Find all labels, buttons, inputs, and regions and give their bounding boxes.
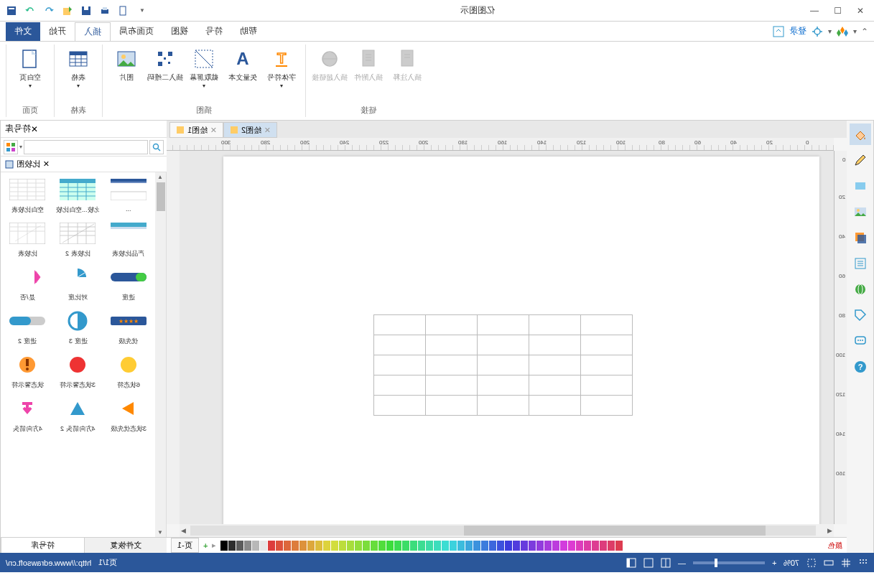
rectangle-icon[interactable] — [850, 175, 871, 197]
color-swatch[interactable] — [244, 541, 251, 551]
ribbon-vectortext[interactable]: A 矢量文本 — [225, 45, 261, 103]
symbol-item[interactable]: 进度 3 — [55, 308, 100, 346]
color-swatch[interactable] — [481, 541, 488, 551]
color-swatch[interactable] — [323, 541, 330, 551]
color-swatch[interactable] — [505, 541, 512, 551]
color-swatch[interactable] — [513, 541, 520, 551]
color-swatch[interactable] — [615, 541, 623, 551]
ribbon-hyperlink[interactable]: 插入超链接 — [312, 45, 348, 103]
collapse-ribbon-icon[interactable]: ⌃ — [861, 27, 868, 37]
qat-file-icon[interactable] — [4, 3, 19, 19]
table-shape[interactable] — [373, 314, 633, 416]
page[interactable] — [223, 157, 819, 524]
ruler-horizontal[interactable]: 0 20 40 60 80 100 120 140 160 180 200 22… — [167, 138, 834, 151]
qat-new-icon[interactable] — [116, 3, 131, 19]
color-swatch[interactable] — [592, 541, 599, 551]
image-icon[interactable] — [850, 201, 871, 223]
fit-page-icon[interactable] — [806, 558, 817, 568]
color-palette[interactable] — [220, 541, 824, 551]
color-swatch[interactable] — [402, 541, 409, 551]
symbol-item[interactable]: 进度 2 — [5, 308, 50, 346]
color-swatch[interactable] — [284, 541, 291, 551]
color-swatch[interactable] — [434, 541, 441, 551]
symbol-item[interactable]: 比较表 — [5, 220, 50, 258]
close-icon[interactable]: ✕ — [31, 124, 38, 134]
tab-view[interactable]: 视图 — [162, 22, 197, 41]
symbol-item[interactable]: 对比度 — [55, 264, 100, 302]
symbol-item[interactable]: 空白比较表 — [5, 177, 50, 215]
qat-redo-icon[interactable] — [41, 3, 57, 19]
color-swatch[interactable] — [236, 541, 243, 551]
color-swatch[interactable] — [347, 541, 354, 551]
status-url[interactable]: http://www.edrawsoft.cn/ — [6, 559, 91, 567]
color-swatch[interactable] — [410, 541, 417, 551]
color-swatch[interactable] — [260, 541, 267, 551]
zoom-slider[interactable] — [693, 561, 765, 564]
color-swatch[interactable] — [473, 541, 480, 551]
gear-icon[interactable] — [811, 25, 824, 38]
symbol-item[interactable]: 产品比较表 — [106, 220, 151, 258]
color-swatch[interactable] — [457, 541, 465, 551]
color-swatch[interactable] — [331, 541, 338, 551]
symbol-tab-library[interactable]: 符号库 — [1, 538, 84, 553]
color-swatch[interactable] — [489, 541, 496, 551]
vertical-scrollbar[interactable] — [167, 151, 180, 524]
color-swatch[interactable] — [252, 541, 259, 551]
symbol-item[interactable]: ... — [106, 177, 151, 215]
color-swatch[interactable] — [355, 541, 362, 551]
color-swatch[interactable] — [299, 541, 307, 551]
color-swatch[interactable] — [363, 541, 370, 551]
app-logo-icon[interactable] — [836, 25, 849, 38]
canvas-viewport[interactable] — [180, 151, 834, 524]
color-swatch[interactable] — [426, 541, 433, 551]
color-swatch[interactable] — [442, 541, 449, 551]
color-swatch[interactable] — [292, 541, 299, 551]
fit-width-icon[interactable] — [824, 558, 834, 568]
list-icon[interactable] — [850, 253, 871, 274]
color-swatch[interactable] — [378, 541, 386, 551]
color-swatch[interactable] — [220, 541, 228, 551]
tab-insert[interactable]: 插入 — [75, 22, 111, 41]
ribbon-qrcode[interactable]: 插入二维码 — [147, 45, 183, 103]
close-button[interactable]: ✕ — [850, 4, 870, 18]
view-mode-icon[interactable] — [661, 558, 671, 568]
color-swatch[interactable] — [608, 541, 615, 551]
tab-file[interactable]: 文件 — [6, 22, 40, 41]
ribbon-attachment[interactable]: 插入附件 — [350, 45, 386, 103]
color-swatch[interactable] — [584, 541, 591, 551]
layer-icon[interactable] — [850, 227, 871, 248]
help-icon[interactable]: ? — [850, 356, 871, 378]
ribbon-fontsymbol[interactable]: T 字体符号▾ — [264, 45, 299, 103]
color-swatch[interactable] — [276, 541, 283, 551]
symbol-scrollbar[interactable]: ▲ ▼ — [155, 172, 167, 537]
symbol-item[interactable]: 进度 — [106, 264, 151, 302]
qat-undo-icon[interactable] — [22, 3, 38, 19]
doc-tab[interactable]: 绘图2✕ — [223, 122, 277, 138]
color-swatch[interactable] — [529, 541, 536, 551]
symbol-item[interactable]: 3状态警示符 — [55, 352, 100, 390]
symbol-item[interactable]: 比较表 2 — [55, 220, 100, 258]
symbol-item[interactable]: 3状态优先级 — [106, 396, 151, 434]
color-swatch[interactable] — [386, 541, 394, 551]
close-icon[interactable]: ✕ — [210, 126, 217, 135]
symbol-category-header[interactable]: 比较图 ✕ — [1, 157, 167, 172]
color-swatch[interactable] — [568, 541, 575, 551]
symbol-item[interactable]: ★★★★优先级 — [106, 308, 151, 346]
horizontal-scrollbar[interactable]: ◀ ▶ — [180, 524, 834, 537]
maximize-button[interactable]: ☐ — [827, 4, 847, 18]
color-swatch[interactable] — [268, 541, 275, 551]
qat-dropdown-icon[interactable]: ▼ — [134, 3, 150, 19]
color-swatch[interactable] — [371, 541, 378, 551]
ribbon-table[interactable]: 表格▾ — [60, 45, 96, 103]
ruler-vertical[interactable]: 0 20 40 60 80 100 120 140 160 — [834, 151, 847, 524]
ribbon-comment[interactable]: 插入注释 — [389, 45, 425, 103]
view-mode-icon[interactable] — [626, 558, 636, 568]
color-swatch[interactable] — [465, 541, 473, 551]
symbol-item[interactable]: 4方向箭头 — [5, 396, 50, 434]
color-swatch[interactable] — [552, 541, 559, 551]
color-swatch[interactable] — [307, 541, 315, 551]
grid-icon[interactable] — [841, 558, 851, 568]
view-mode-icon[interactable] — [643, 558, 654, 568]
tab-symbol[interactable]: 符号 — [197, 22, 231, 41]
color-swatch[interactable] — [544, 541, 552, 551]
